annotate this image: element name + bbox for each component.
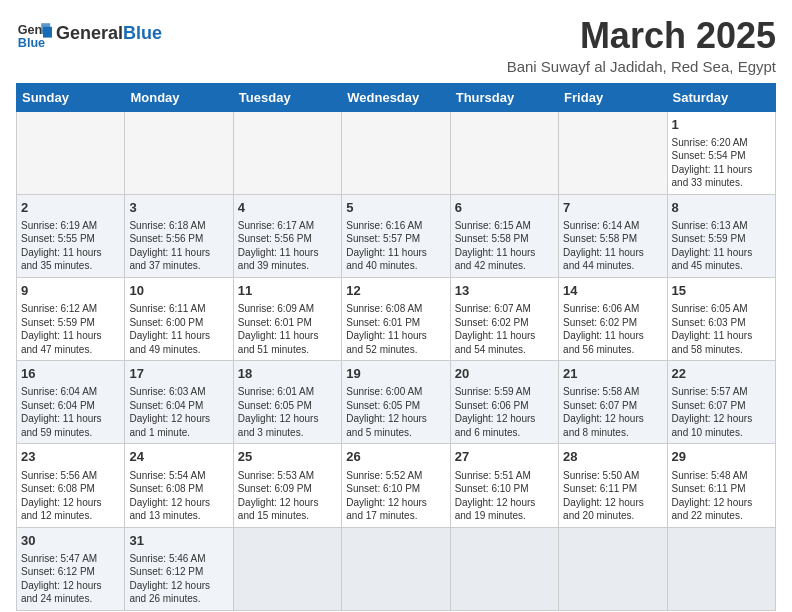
table-row [17, 111, 125, 194]
table-row: 6Sunrise: 6:15 AM Sunset: 5:58 PM Daylig… [450, 194, 558, 277]
calendar-week-row: 16Sunrise: 6:04 AM Sunset: 6:04 PM Dayli… [17, 361, 776, 444]
day-info: Sunrise: 5:47 AM Sunset: 6:12 PM Dayligh… [21, 552, 120, 606]
day-info: Sunrise: 5:51 AM Sunset: 6:10 PM Dayligh… [455, 469, 554, 523]
day-info: Sunrise: 6:18 AM Sunset: 5:56 PM Dayligh… [129, 219, 228, 273]
col-wednesday: Wednesday [342, 83, 450, 111]
table-row: 16Sunrise: 6:04 AM Sunset: 6:04 PM Dayli… [17, 361, 125, 444]
day-number: 1 [672, 116, 771, 134]
day-info: Sunrise: 6:20 AM Sunset: 5:54 PM Dayligh… [672, 136, 771, 190]
day-number: 19 [346, 365, 445, 383]
day-number: 12 [346, 282, 445, 300]
day-info: Sunrise: 6:14 AM Sunset: 5:58 PM Dayligh… [563, 219, 662, 273]
table-row: 7Sunrise: 6:14 AM Sunset: 5:58 PM Daylig… [559, 194, 667, 277]
day-number: 28 [563, 448, 662, 466]
logo-area: General Blue GeneralBlue [16, 16, 162, 52]
day-info: Sunrise: 6:16 AM Sunset: 5:57 PM Dayligh… [346, 219, 445, 273]
logo-text: GeneralBlue [56, 24, 162, 44]
day-info: Sunrise: 5:57 AM Sunset: 6:07 PM Dayligh… [672, 385, 771, 439]
table-row: 8Sunrise: 6:13 AM Sunset: 5:59 PM Daylig… [667, 194, 775, 277]
day-number: 8 [672, 199, 771, 217]
table-row: 30Sunrise: 5:47 AM Sunset: 6:12 PM Dayli… [17, 527, 125, 610]
table-row: 4Sunrise: 6:17 AM Sunset: 5:56 PM Daylig… [233, 194, 341, 277]
table-row: 23Sunrise: 5:56 AM Sunset: 6:08 PM Dayli… [17, 444, 125, 527]
day-number: 7 [563, 199, 662, 217]
table-row: 10Sunrise: 6:11 AM Sunset: 6:00 PM Dayli… [125, 277, 233, 360]
table-row: 28Sunrise: 5:50 AM Sunset: 6:11 PM Dayli… [559, 444, 667, 527]
day-number: 21 [563, 365, 662, 383]
day-number: 6 [455, 199, 554, 217]
day-number: 15 [672, 282, 771, 300]
day-number: 2 [21, 199, 120, 217]
svg-marker-3 [43, 27, 52, 38]
day-number: 22 [672, 365, 771, 383]
day-info: Sunrise: 5:54 AM Sunset: 6:08 PM Dayligh… [129, 469, 228, 523]
col-saturday: Saturday [667, 83, 775, 111]
day-number: 17 [129, 365, 228, 383]
page-container: General Blue GeneralBlue March 2025 Bani… [16, 16, 776, 611]
table-row [125, 111, 233, 194]
title-area: March 2025 Bani Suwayf al Jadidah, Red S… [507, 16, 776, 75]
table-row: 12Sunrise: 6:08 AM Sunset: 6:01 PM Dayli… [342, 277, 450, 360]
table-row: 22Sunrise: 5:57 AM Sunset: 6:07 PM Dayli… [667, 361, 775, 444]
day-info: Sunrise: 6:17 AM Sunset: 5:56 PM Dayligh… [238, 219, 337, 273]
day-number: 16 [21, 365, 120, 383]
table-row [233, 527, 341, 610]
col-friday: Friday [559, 83, 667, 111]
location-title: Bani Suwayf al Jadidah, Red Sea, Egypt [507, 58, 776, 75]
table-row: 18Sunrise: 6:01 AM Sunset: 6:05 PM Dayli… [233, 361, 341, 444]
day-number: 9 [21, 282, 120, 300]
table-row: 25Sunrise: 5:53 AM Sunset: 6:09 PM Dayli… [233, 444, 341, 527]
calendar-week-row: 1Sunrise: 6:20 AM Sunset: 5:54 PM Daylig… [17, 111, 776, 194]
day-info: Sunrise: 5:53 AM Sunset: 6:09 PM Dayligh… [238, 469, 337, 523]
day-number: 4 [238, 199, 337, 217]
calendar-week-row: 30Sunrise: 5:47 AM Sunset: 6:12 PM Dayli… [17, 527, 776, 610]
table-row: 3Sunrise: 6:18 AM Sunset: 5:56 PM Daylig… [125, 194, 233, 277]
header: General Blue GeneralBlue March 2025 Bani… [16, 16, 776, 75]
table-row: 2Sunrise: 6:19 AM Sunset: 5:55 PM Daylig… [17, 194, 125, 277]
day-info: Sunrise: 6:19 AM Sunset: 5:55 PM Dayligh… [21, 219, 120, 273]
table-row [559, 527, 667, 610]
day-info: Sunrise: 5:48 AM Sunset: 6:11 PM Dayligh… [672, 469, 771, 523]
col-monday: Monday [125, 83, 233, 111]
calendar-week-row: 2Sunrise: 6:19 AM Sunset: 5:55 PM Daylig… [17, 194, 776, 277]
col-tuesday: Tuesday [233, 83, 341, 111]
table-row [559, 111, 667, 194]
day-number: 23 [21, 448, 120, 466]
col-sunday: Sunday [17, 83, 125, 111]
day-number: 25 [238, 448, 337, 466]
day-info: Sunrise: 6:09 AM Sunset: 6:01 PM Dayligh… [238, 302, 337, 356]
table-row [450, 527, 558, 610]
day-info: Sunrise: 5:50 AM Sunset: 6:11 PM Dayligh… [563, 469, 662, 523]
table-row: 5Sunrise: 6:16 AM Sunset: 5:57 PM Daylig… [342, 194, 450, 277]
day-number: 29 [672, 448, 771, 466]
day-number: 26 [346, 448, 445, 466]
day-number: 13 [455, 282, 554, 300]
day-info: Sunrise: 6:08 AM Sunset: 6:01 PM Dayligh… [346, 302, 445, 356]
day-number: 30 [21, 532, 120, 550]
logo-icon: General Blue [16, 16, 52, 52]
day-info: Sunrise: 6:01 AM Sunset: 6:05 PM Dayligh… [238, 385, 337, 439]
day-info: Sunrise: 5:46 AM Sunset: 6:12 PM Dayligh… [129, 552, 228, 606]
calendar-week-row: 9Sunrise: 6:12 AM Sunset: 5:59 PM Daylig… [17, 277, 776, 360]
day-info: Sunrise: 6:00 AM Sunset: 6:05 PM Dayligh… [346, 385, 445, 439]
table-row: 20Sunrise: 5:59 AM Sunset: 6:06 PM Dayli… [450, 361, 558, 444]
day-number: 3 [129, 199, 228, 217]
col-thursday: Thursday [450, 83, 558, 111]
day-number: 24 [129, 448, 228, 466]
table-row: 31Sunrise: 5:46 AM Sunset: 6:12 PM Dayli… [125, 527, 233, 610]
day-info: Sunrise: 5:52 AM Sunset: 6:10 PM Dayligh… [346, 469, 445, 523]
day-number: 18 [238, 365, 337, 383]
table-row: 15Sunrise: 6:05 AM Sunset: 6:03 PM Dayli… [667, 277, 775, 360]
table-row: 26Sunrise: 5:52 AM Sunset: 6:10 PM Dayli… [342, 444, 450, 527]
calendar-header-row: Sunday Monday Tuesday Wednesday Thursday… [17, 83, 776, 111]
day-info: Sunrise: 6:07 AM Sunset: 6:02 PM Dayligh… [455, 302, 554, 356]
day-info: Sunrise: 6:15 AM Sunset: 5:58 PM Dayligh… [455, 219, 554, 273]
day-number: 31 [129, 532, 228, 550]
day-number: 11 [238, 282, 337, 300]
table-row: 29Sunrise: 5:48 AM Sunset: 6:11 PM Dayli… [667, 444, 775, 527]
day-number: 20 [455, 365, 554, 383]
day-info: Sunrise: 6:12 AM Sunset: 5:59 PM Dayligh… [21, 302, 120, 356]
table-row: 21Sunrise: 5:58 AM Sunset: 6:07 PM Dayli… [559, 361, 667, 444]
table-row: 24Sunrise: 5:54 AM Sunset: 6:08 PM Dayli… [125, 444, 233, 527]
table-row: 14Sunrise: 6:06 AM Sunset: 6:02 PM Dayli… [559, 277, 667, 360]
